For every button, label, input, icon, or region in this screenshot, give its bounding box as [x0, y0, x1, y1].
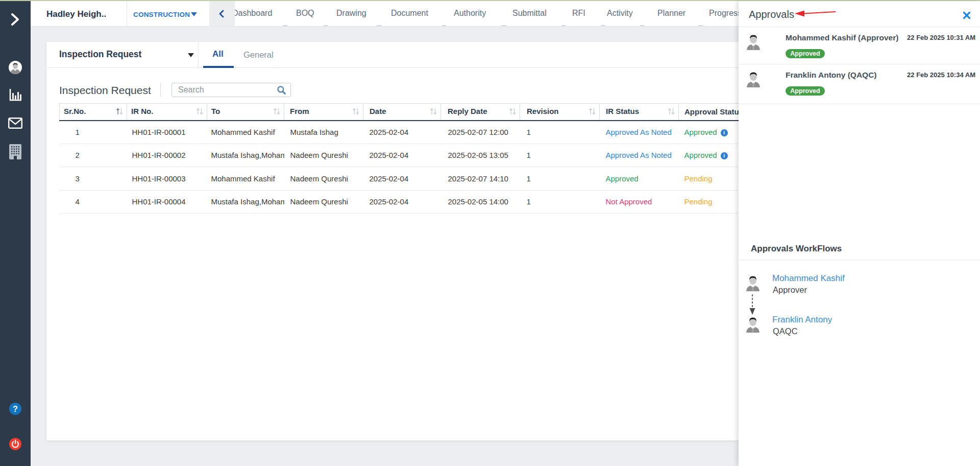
- svg-text:?: ?: [13, 405, 18, 413]
